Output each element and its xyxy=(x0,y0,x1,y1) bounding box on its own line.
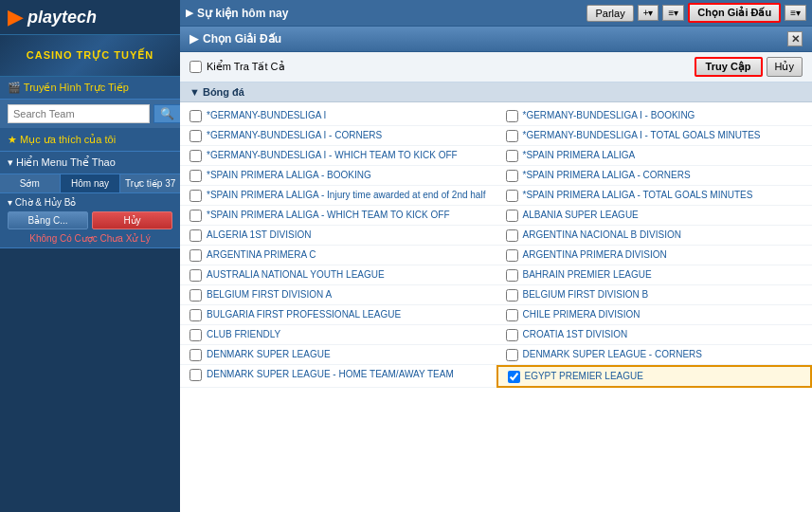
league-name: CHILE PRIMERA DIVISION xyxy=(523,308,641,320)
favorites-button[interactable]: ★ Mục ưa thích của tôi xyxy=(0,129,180,152)
options-button[interactable]: ≡▾ xyxy=(785,5,806,21)
league-checkbox[interactable] xyxy=(189,249,202,262)
league-name: *GERMANY-BUNDESLIGA I - BOOKING xyxy=(523,109,695,121)
close-icon[interactable]: ✕ xyxy=(787,31,803,46)
cancel-section: ▾ Chờ & Hủy Bỏ Bảng C... Hủy Không Có Cư… xyxy=(0,193,180,248)
leagues-container[interactable]: *GERMANY-BUNDESLIGA I*GERMANY-BUNDESLIGA… xyxy=(180,102,812,512)
tab-today[interactable]: Hôm nay xyxy=(61,174,121,192)
menu-icon-button[interactable]: ≡▾ xyxy=(662,5,684,21)
dialog-header: ▶ Chọn Giải Đấu ✕ xyxy=(180,27,812,52)
search-button[interactable]: 🔍 xyxy=(153,104,180,123)
nav-tabs: Sớm Hôm nay Trực tiếp 37 xyxy=(0,174,180,193)
league-item[interactable]: *GERMANY-BUNDESLIGA I - TOTAL GOALS MINU… xyxy=(496,126,813,146)
cancel-section-title: ▾ Chờ & Hủy Bỏ xyxy=(8,197,172,208)
parlay-button[interactable]: Parlay xyxy=(586,5,633,22)
search-area: 🔍 xyxy=(0,100,180,129)
league-item[interactable]: *GERMANY-BUNDESLIGA I - CORNERS xyxy=(180,126,496,146)
tab-soon[interactable]: Sớm xyxy=(0,174,61,192)
league-item[interactable]: ARGENTINA PRIMERA DIVISION xyxy=(496,246,813,265)
league-checkbox[interactable] xyxy=(189,130,202,142)
league-checkbox[interactable] xyxy=(189,289,202,302)
league-checkbox[interactable] xyxy=(506,289,518,302)
league-checkbox[interactable] xyxy=(189,210,202,222)
section-label: ▼ Bóng đá xyxy=(189,86,244,98)
league-item[interactable]: *GERMANY-BUNDESLIGA I xyxy=(180,106,496,126)
league-item[interactable]: *SPAIN PRIMERA LALIGA - BOOKING xyxy=(180,166,496,186)
league-name: DENMARK SUPER LEAGUE xyxy=(207,348,331,360)
casino-banner: CASINO TRỰC TUYẾN xyxy=(0,34,180,77)
league-checkbox[interactable] xyxy=(189,110,202,122)
dialog-cancel-button[interactable]: Hủy xyxy=(767,57,803,77)
league-item[interactable]: BAHRAIN PREMIER LEAGUE xyxy=(496,265,813,285)
league-item[interactable]: ALGERIA 1ST DIVISION xyxy=(180,226,496,246)
dialog-subheader: Kiểm Tra Tất Cả Truy Cập Hủy xyxy=(180,52,812,82)
league-checkbox[interactable] xyxy=(506,110,518,122)
select-league-button[interactable]: Chọn Giải Đấu xyxy=(688,3,781,23)
league-name: ALGERIA 1ST DIVISION xyxy=(207,229,311,241)
league-item[interactable]: CHILE PRIMERA DIVISION xyxy=(496,305,813,325)
league-checkbox[interactable] xyxy=(189,309,202,321)
dialog-header-left: ▶ Chọn Giải Đấu xyxy=(189,32,281,46)
league-name: *GERMANY-BUNDESLIGA I xyxy=(207,109,326,121)
league-checkbox[interactable] xyxy=(506,170,518,182)
league-checkbox[interactable] xyxy=(189,150,202,162)
league-item[interactable]: *SPAIN PRIMERA LALIGA - TOTAL GOALS MINU… xyxy=(496,186,813,206)
league-item[interactable]: *GERMANY-BUNDESLIGA I - BOOKING xyxy=(496,106,813,126)
add-button[interactable]: +▾ xyxy=(638,5,659,21)
league-name: *SPAIN PRIMERA LALIGA - BOOKING xyxy=(207,169,371,181)
league-item[interactable]: *SPAIN PRIMERA LALIGA xyxy=(496,146,813,166)
league-checkbox[interactable] xyxy=(189,349,202,361)
league-checkbox[interactable] xyxy=(189,269,202,282)
league-item[interactable]: DENMARK SUPER LEAGUE xyxy=(180,345,496,365)
main-content: ▶ Sự kiện hôm nay Parlay +▾ ≡▾ Chọn Giải… xyxy=(180,0,812,512)
check-all-checkbox[interactable] xyxy=(189,61,202,73)
league-checkbox[interactable] xyxy=(189,369,202,381)
league-checkbox[interactable] xyxy=(506,229,518,242)
cancel-button[interactable]: Hủy xyxy=(92,211,172,229)
league-item[interactable]: CLUB FRIENDLY xyxy=(180,325,496,345)
league-item[interactable]: BULGARIA FIRST PROFESSIONAL LEAGUE xyxy=(180,305,496,325)
league-name: DENMARK SUPER LEAGUE - CORNERS xyxy=(523,348,702,360)
league-checkbox[interactable] xyxy=(189,190,202,202)
sports-menu-button[interactable]: ▾ Hiển Menu Thể Thao xyxy=(0,152,180,174)
league-checkbox[interactable] xyxy=(506,249,518,262)
league-checkbox[interactable] xyxy=(506,130,518,142)
league-item[interactable]: ARGENTINA PRIMERA C xyxy=(180,246,496,265)
league-checkbox[interactable] xyxy=(506,309,518,321)
league-item[interactable]: BELGIUM FIRST DIVISION A xyxy=(180,285,496,305)
league-checkbox[interactable] xyxy=(506,349,518,361)
league-name: *SPAIN PRIMERA LALIGA - WHICH TEAM TO KI… xyxy=(207,209,450,221)
logo-area: ▶ playtech xyxy=(0,0,180,34)
league-item[interactable]: AUSTRALIA NATIONAL YOUTH LEAGUE xyxy=(180,265,496,285)
league-item[interactable]: CROATIA 1ST DIVISION xyxy=(496,325,813,345)
league-item[interactable]: ARGENTINA NACIONAL B DIVISION xyxy=(496,226,813,246)
league-item[interactable]: ALBANIA SUPER LEAGUE xyxy=(496,206,813,226)
league-checkbox[interactable] xyxy=(189,170,202,182)
league-checkbox[interactable] xyxy=(506,269,518,282)
league-checkbox[interactable] xyxy=(506,190,518,202)
league-checkbox[interactable] xyxy=(506,329,518,341)
live-tv-button[interactable]: 🎬 Truyền Hình Trực Tiếp xyxy=(0,77,180,100)
access-button[interactable]: Truy Cập xyxy=(695,57,763,77)
cancel-buttons: Bảng C... Hủy xyxy=(8,211,172,229)
league-name: BAHRAIN PREMIER LEAGUE xyxy=(523,268,652,281)
league-checkbox[interactable] xyxy=(506,210,518,222)
league-checkbox[interactable] xyxy=(506,150,518,162)
league-item[interactable]: BELGIUM FIRST DIVISION B xyxy=(496,285,813,305)
league-checkbox[interactable] xyxy=(189,229,202,242)
league-item[interactable]: *SPAIN PRIMERA LALIGA - CORNERS xyxy=(496,166,813,186)
casino-label: CASINO TRỰC TUYẾN xyxy=(27,49,153,62)
league-item[interactable]: *SPAIN PRIMERA LALIGA - WHICH TEAM TO KI… xyxy=(180,206,496,226)
tab-live[interactable]: Trực tiếp 37 xyxy=(120,174,180,192)
league-item[interactable]: *SPAIN PRIMERA LALIGA - Injury time awar… xyxy=(180,186,496,206)
league-item[interactable]: DENMARK SUPER LEAGUE - HOME TEAM/AWAY TE… xyxy=(180,365,496,388)
league-item[interactable]: EGYPT PREMIER LEAGUE xyxy=(496,365,813,388)
league-checkbox[interactable] xyxy=(189,329,202,341)
league-name: *SPAIN PRIMERA LALIGA - TOTAL GOALS MINU… xyxy=(523,189,753,201)
league-name: *SPAIN PRIMERA LALIGA - Injury time awar… xyxy=(207,189,485,201)
search-input[interactable] xyxy=(8,104,150,123)
league-item[interactable]: DENMARK SUPER LEAGUE - CORNERS xyxy=(496,345,813,365)
league-checkbox[interactable] xyxy=(508,371,520,383)
league-item[interactable]: *GERMANY-BUNDESLIGA I - WHICH TEAM TO KI… xyxy=(180,146,496,166)
bets-table-button[interactable]: Bảng C... xyxy=(8,211,88,229)
